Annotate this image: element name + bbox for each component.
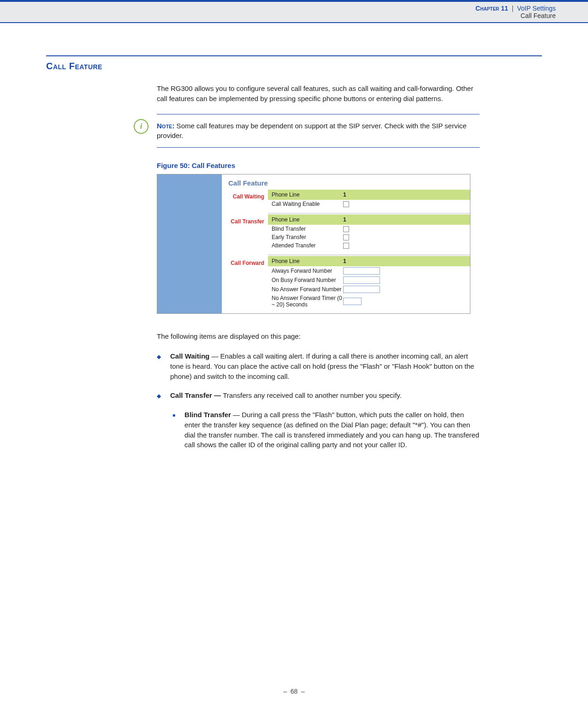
- input-noanswer-timer[interactable]: [343, 298, 362, 305]
- figure-screenshot: Call Feature Call Waiting Phone Line 1 C…: [157, 174, 470, 314]
- label-early-transfer: Early Transfer: [272, 234, 343, 240]
- sub-text: Blind Transfer — During a call press the…: [184, 410, 480, 450]
- label-always-forward: Always Forward Number: [272, 268, 343, 274]
- figure-caption: Figure 50: Call Features: [157, 162, 480, 169]
- figure-group-waiting: Call Waiting Phone Line 1 Call Waiting E…: [222, 190, 470, 215]
- bullet-text: Call Waiting — Enables a call waiting al…: [170, 351, 480, 381]
- row-early-transfer: Early Transfer: [268, 233, 470, 241]
- figure-panel-title: Call Feature: [222, 174, 470, 190]
- group-table-forward: Phone Line 1 Always Forward Number On Bu…: [268, 256, 470, 313]
- bullet-call-transfer: ◆ Call Transfer — Transfers any received…: [157, 390, 480, 401]
- table-header: Phone Line 1: [268, 256, 470, 266]
- note-rule-top: [157, 114, 480, 114]
- label-onbusy-forward: On Busy Forward Number: [272, 277, 343, 283]
- group-label-waiting: Call Waiting: [222, 190, 268, 215]
- footer-page-number: 68: [291, 688, 298, 695]
- group-table-waiting: Phone Line 1 Call Waiting Enable: [268, 190, 470, 215]
- note-text: Note: Some call features may be dependen…: [157, 121, 480, 141]
- header-value: 1: [343, 216, 346, 223]
- footer-dash-right: –: [301, 688, 305, 695]
- input-always-forward[interactable]: [343, 267, 380, 275]
- header-value: 1: [343, 192, 346, 198]
- header-phone-line: Phone Line: [272, 192, 343, 198]
- header-chapter: Chapter 11: [475, 5, 508, 12]
- figure-group-transfer: Call Transfer Phone Line 1 Blind Transfe…: [222, 215, 470, 256]
- checkbox-blind-transfer[interactable]: [343, 226, 349, 232]
- bullet-desc: Transfers any received call to another n…: [223, 391, 402, 399]
- note-rule-bottom: [157, 147, 480, 148]
- label-noanswer-timer: No Answer Forward Timer (0 ~ 20) Seconds: [272, 295, 343, 308]
- checkbox-early-transfer[interactable]: [343, 234, 349, 240]
- figure-sidebar: [157, 174, 222, 313]
- row-onbusy-forward: On Busy Forward Number: [268, 276, 470, 285]
- label-attended-transfer: Attended Transfer: [272, 242, 343, 249]
- page-header: Chapter 11 | VoIP Settings Call Feature: [0, 2, 588, 23]
- row-always-forward: Always Forward Number: [268, 266, 470, 276]
- checkbox-call-waiting-enable[interactable]: [343, 201, 349, 207]
- note-row: i Note: Some call features may be depend…: [157, 121, 480, 141]
- title-rest: all Feature: [53, 61, 102, 71]
- row-attended-transfer: Attended Transfer: [268, 241, 470, 250]
- sub-term: Blind Transfer: [184, 411, 231, 419]
- header-subsection: Call Feature: [0, 12, 556, 19]
- bullet-list: ◆ Call Waiting — Enables a call waiting …: [157, 351, 480, 401]
- table-header: Phone Line 1: [268, 190, 470, 200]
- body-block: The RG300 allows you to configure severa…: [157, 84, 480, 450]
- row-noanswer-forward: No Answer Forward Number: [268, 285, 470, 294]
- input-noanswer-forward[interactable]: [343, 286, 380, 293]
- header-phone-line: Phone Line: [272, 258, 343, 264]
- group-table-transfer: Phone Line 1 Blind Transfer Early Transf…: [268, 215, 470, 256]
- note-label: Note:: [157, 122, 174, 130]
- bullet-term: Call Transfer —: [170, 391, 223, 399]
- info-icon: i: [134, 119, 148, 134]
- row-noanswer-timer: No Answer Forward Timer (0 ~ 20) Seconds: [268, 294, 470, 309]
- spacer: [268, 250, 470, 254]
- header-breadcrumb: Chapter 11 | VoIP Settings: [0, 5, 556, 12]
- header-section: VoIP Settings: [517, 5, 556, 12]
- title-first-letter: C: [46, 61, 53, 71]
- label-blind-transfer: Blind Transfer: [272, 226, 343, 232]
- following-text: The following items are displayed on thi…: [157, 332, 480, 340]
- row-call-waiting-enable: Call Waiting Enable: [268, 200, 470, 208]
- row-blind-transfer: Blind Transfer: [268, 225, 470, 233]
- content-area: Call Feature The RG300 allows you to con…: [0, 23, 588, 450]
- bullet-term: Call Waiting: [170, 352, 209, 360]
- checkbox-attended-transfer[interactable]: [343, 243, 349, 249]
- sub-blind-transfer: ■ Blind Transfer — During a call press t…: [172, 410, 480, 450]
- figure-group-forward: Call Forward Phone Line 1 Always Forward…: [222, 256, 470, 313]
- bullet-desc: — Enables a call waiting alert. If durin…: [170, 352, 474, 380]
- sub-list: ■ Blind Transfer — During a call press t…: [172, 410, 480, 450]
- spacer: [268, 208, 470, 213]
- label-call-waiting-enable: Call Waiting Enable: [272, 201, 343, 207]
- table-header: Phone Line 1: [268, 215, 470, 225]
- group-label-forward: Call Forward: [222, 256, 268, 313]
- note-body: Some call features may be dependent on s…: [157, 122, 467, 140]
- section-title: Call Feature: [46, 61, 542, 72]
- spacer: [268, 309, 470, 313]
- header-separator: |: [512, 5, 514, 12]
- group-label-transfer: Call Transfer: [222, 215, 268, 256]
- header-value: 1: [343, 258, 346, 264]
- header-phone-line: Phone Line: [272, 216, 343, 223]
- input-onbusy-forward[interactable]: [343, 276, 380, 284]
- section-rule: [46, 55, 542, 56]
- diamond-bullet-icon: ◆: [157, 392, 161, 401]
- square-bullet-icon: ■: [172, 412, 175, 450]
- figure-main: Call Feature Call Waiting Phone Line 1 C…: [222, 174, 470, 313]
- bullet-text: Call Transfer — Transfers any received c…: [170, 390, 402, 401]
- diamond-bullet-icon: ◆: [157, 353, 161, 381]
- label-noanswer-forward: No Answer Forward Number: [272, 286, 343, 293]
- page-footer: – 68 –: [0, 688, 588, 695]
- bullet-call-waiting: ◆ Call Waiting — Enables a call waiting …: [157, 351, 480, 381]
- footer-dash-left: –: [283, 688, 287, 695]
- intro-paragraph: The RG300 allows you to configure severa…: [157, 84, 480, 104]
